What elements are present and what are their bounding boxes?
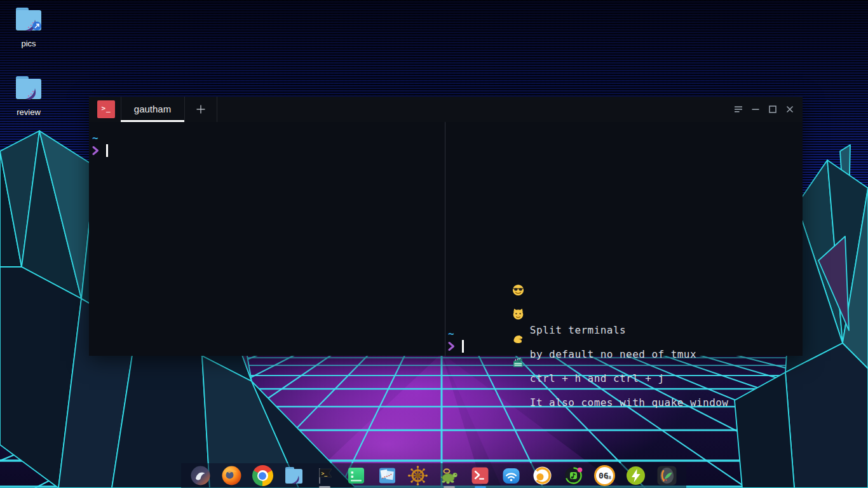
pennant-terminal-flag-icon: >_ (315, 465, 336, 486)
desktop-icon-label: pics (9, 39, 48, 48)
dock-item-file-manager[interactable] (283, 465, 304, 486)
terminal-output: Split terminals by default no (448, 212, 728, 308)
output-text: It also comes with quake window (530, 396, 729, 409)
desktop-icon-review[interactable]: review (9, 75, 48, 117)
file-manager-folder-icon (283, 465, 304, 486)
chrome-icon (252, 465, 273, 486)
window-titlebar[interactable]: >_ gautham (89, 97, 803, 122)
hamburger-menu-icon (733, 104, 743, 114)
maximize-button[interactable] (764, 97, 781, 122)
dock-item-music-player[interactable] (563, 465, 584, 486)
prompt-chevron-icon (92, 146, 99, 158)
clock-icon: 06 38 (594, 465, 615, 486)
output-text: ctrl + h and ctrl + j (530, 372, 665, 384)
minimize-button[interactable] (747, 97, 764, 122)
dock-item-chrome[interactable] (252, 465, 273, 486)
prompt-path: ~ (448, 328, 454, 340)
minimize-icon (750, 104, 761, 114)
terminal-pane-left[interactable]: ~ (89, 122, 445, 356)
dock-item-notes-map[interactable] (377, 465, 398, 486)
ship-wheel-icon (407, 465, 428, 486)
dock-item-clock[interactable]: 06 38 (594, 465, 615, 486)
dock-item-firefox[interactable] (221, 465, 242, 486)
svg-text:>_: >_ (321, 471, 327, 477)
turtle-icon (438, 465, 459, 486)
knob-dial-icon (532, 465, 553, 486)
wifi-icon (501, 465, 522, 486)
dock-item-dev-flag[interactable]: >_ (315, 465, 336, 486)
maximize-icon (768, 104, 778, 114)
folder-icon (14, 75, 43, 105)
desktop-icon-label: review (9, 107, 48, 117)
titlebar-separator (217, 97, 217, 122)
shell-prompt: ~ (448, 328, 464, 354)
egg-chameleon-icon (656, 465, 677, 486)
desktop: pics review >_ gautham (0, 0, 868, 488)
output-line: Split terminals (448, 212, 728, 236)
close-button[interactable] (781, 97, 798, 122)
desktop-icon-pics[interactable]: pics (9, 6, 48, 48)
terminal-content: ~ (89, 122, 803, 356)
dock: >_ (181, 463, 686, 488)
map-notes-icon (377, 465, 398, 486)
folder-shortcut-icon (14, 6, 43, 37)
menu-button[interactable] (729, 97, 747, 122)
cat-emoji-icon (512, 260, 524, 272)
dock-item-helm[interactable] (407, 465, 428, 486)
biceps-emoji-icon (512, 284, 524, 296)
music-player-icon (563, 465, 584, 486)
terminal-icon (470, 465, 491, 486)
terminal-app-icon: >_ (97, 100, 115, 118)
text-cursor (462, 340, 464, 353)
prompt-chevron-icon (448, 341, 455, 354)
new-tab-button[interactable] (184, 97, 217, 122)
text-cursor (106, 144, 108, 157)
clock-minute: 38 (606, 475, 611, 480)
plus-icon (196, 104, 206, 114)
power-bolt-icon (625, 465, 646, 486)
firefox-icon (221, 465, 242, 486)
dock-item-wifi[interactable] (501, 465, 522, 486)
dock-item-settings-knob[interactable] (532, 465, 553, 486)
shark-app-icon (190, 465, 211, 486)
prompt-path: ~ (92, 132, 98, 144)
dock-item-power[interactable] (625, 465, 646, 486)
close-icon (785, 104, 795, 114)
shell-prompt: ~ (92, 132, 108, 158)
terminal-window: >_ gautham (89, 97, 803, 356)
clapper-emoji-icon (512, 308, 524, 320)
dock-item-egg-app[interactable] (656, 465, 677, 486)
tasks-list-icon (346, 465, 367, 486)
sunglasses-emoji-icon (512, 236, 524, 248)
dock-item-tasks[interactable] (346, 465, 367, 486)
dock-item-shark-app[interactable] (190, 465, 211, 486)
dock-item-turtle[interactable] (438, 465, 459, 486)
dock-item-terminal[interactable] (470, 465, 491, 486)
tab-gautham[interactable]: gautham (121, 97, 184, 122)
